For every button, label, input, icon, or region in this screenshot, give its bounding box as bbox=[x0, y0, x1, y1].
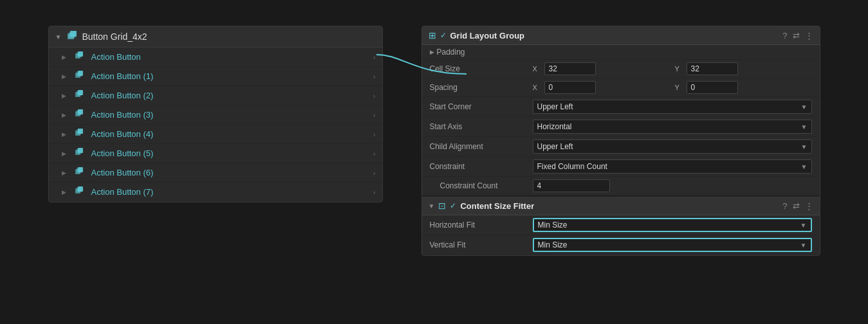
list-item[interactable]: ▶ Action Button (4) › bbox=[49, 125, 382, 144]
horizontal-fit-text: Min Size bbox=[538, 221, 568, 230]
constraint-count-input[interactable] bbox=[533, 179, 610, 192]
list-item[interactable]: ▶ Action Button (7) › bbox=[49, 183, 382, 202]
item-arrow-icon: › bbox=[373, 111, 376, 119]
padding-row[interactable]: ▶ Padding bbox=[422, 45, 820, 60]
cell-size-x-group: X bbox=[533, 62, 670, 75]
list-item-label: Action Button (3) bbox=[91, 110, 368, 120]
constraint-label: Constraint bbox=[430, 162, 533, 171]
grid-layout-group-title: Grid Layout Group bbox=[450, 31, 779, 40]
list-item-label: Action Button (1) bbox=[91, 71, 368, 81]
start-axis-text: Horizontal bbox=[537, 122, 572, 131]
list-item[interactable]: ▶ Action Button › bbox=[49, 48, 382, 67]
list-item-label: Action Button (2) bbox=[91, 91, 368, 100]
vertical-fit-label: Vertical Fit bbox=[430, 240, 533, 249]
cell-size-label: Cell Size bbox=[430, 64, 533, 73]
constraint-dropdown[interactable]: Fixed Column Count ▼ bbox=[533, 159, 812, 174]
vertical-fit-text: Min Size bbox=[538, 240, 568, 249]
expand-icon: ▶ bbox=[62, 93, 68, 99]
settings-button[interactable]: ⇄ bbox=[793, 31, 800, 40]
horizontal-fit-value: Min Size ▼ bbox=[533, 218, 812, 232]
inspector-panel: ⊞ ✓ Grid Layout Group ? ⇄ ⋮ ▶ Padding Ce… bbox=[421, 26, 820, 256]
csf-expand-icon[interactable]: ▼ bbox=[429, 203, 435, 210]
svg-rect-26 bbox=[78, 186, 83, 192]
spacing-x-label: X bbox=[533, 84, 542, 91]
list-item-label: Action Button (4) bbox=[91, 129, 368, 139]
list-item-label: Action Button bbox=[91, 52, 368, 62]
grid-layout-icon: ⊞ bbox=[429, 30, 436, 40]
item-arrow-icon: › bbox=[373, 53, 376, 61]
main-container: ▼ Button Grid_4x2 ▶ Action Button › ▶ bbox=[48, 26, 820, 256]
constraint-count-label: Constraint Count bbox=[430, 181, 533, 190]
component-enabled-check[interactable]: ✓ bbox=[440, 31, 447, 40]
csf-enabled-check[interactable]: ✓ bbox=[450, 201, 456, 210]
vertical-fit-dropdown[interactable]: Min Size ▼ bbox=[533, 238, 812, 252]
list-item[interactable]: ▶ Action Button (2) › bbox=[49, 86, 382, 105]
menu-button[interactable]: ⋮ bbox=[805, 31, 813, 40]
csf-help-button[interactable]: ? bbox=[782, 201, 787, 211]
item-arrow-icon: › bbox=[373, 92, 376, 100]
start-corner-label: Start Corner bbox=[430, 102, 533, 111]
item-arrow-icon: › bbox=[373, 188, 376, 196]
vertical-fit-value: Min Size ▼ bbox=[533, 238, 812, 252]
start-axis-value: Horizontal ▼ bbox=[533, 120, 812, 134]
spacing-x-group: X bbox=[533, 81, 670, 94]
start-corner-dropdown[interactable]: Upper Left ▼ bbox=[533, 100, 812, 114]
cell-size-y-input[interactable] bbox=[687, 62, 738, 75]
spacing-y-input[interactable] bbox=[687, 81, 738, 94]
start-corner-row: Start Corner Upper Left ▼ bbox=[422, 97, 820, 117]
csf-menu-button[interactable]: ⋮ bbox=[805, 201, 813, 211]
expand-chevron-icon[interactable]: ▼ bbox=[55, 33, 62, 40]
csf-icon: ⊡ bbox=[438, 201, 446, 211]
list-item[interactable]: ▶ Action Button (5) › bbox=[49, 144, 382, 163]
grid-cube-icon bbox=[66, 30, 77, 43]
constraint-value: Fixed Column Count ▼ bbox=[533, 159, 812, 174]
start-axis-label: Start Axis bbox=[430, 122, 533, 131]
hierarchy-header: ▼ Button Grid_4x2 bbox=[49, 26, 382, 48]
svg-rect-23 bbox=[78, 167, 83, 172]
start-axis-dropdown[interactable]: Horizontal ▼ bbox=[533, 120, 812, 134]
constraint-count-value bbox=[533, 179, 812, 192]
start-corner-value: Upper Left ▼ bbox=[533, 100, 812, 114]
help-button[interactable]: ? bbox=[782, 31, 787, 40]
svg-rect-20 bbox=[78, 148, 83, 153]
item-arrow-icon: › bbox=[373, 130, 376, 138]
spacing-value: X Y bbox=[533, 81, 812, 94]
padding-label: Padding bbox=[437, 48, 465, 57]
cell-size-x-input[interactable] bbox=[544, 62, 596, 75]
expand-icon: ▶ bbox=[62, 170, 68, 176]
dropdown-arrow-icon: ▼ bbox=[801, 104, 808, 111]
dropdown-arrow-icon: ▼ bbox=[801, 163, 808, 170]
list-item[interactable]: ▶ Action Button (3) › bbox=[49, 105, 382, 125]
action-button-icon bbox=[73, 186, 86, 198]
csf-header-actions: ? ⇄ ⋮ bbox=[782, 201, 813, 211]
item-arrow-icon: › bbox=[373, 169, 376, 177]
spacing-x-input[interactable] bbox=[544, 81, 596, 94]
csf-settings-button[interactable]: ⇄ bbox=[793, 201, 800, 211]
content-size-fitter-title: Content Size Fitter bbox=[460, 201, 779, 211]
item-arrow-icon: › bbox=[373, 73, 376, 80]
dropdown-arrow-icon: ▼ bbox=[800, 222, 807, 229]
cell-size-value: X Y bbox=[533, 62, 812, 75]
start-axis-row: Start Axis Horizontal ▼ bbox=[422, 117, 820, 137]
list-item[interactable]: ▶ Action Button (1) › bbox=[49, 67, 382, 86]
child-alignment-value: Upper Left ▼ bbox=[533, 140, 812, 154]
padding-expand-icon[interactable]: ▶ bbox=[430, 49, 434, 55]
list-item[interactable]: ▶ Action Button (6) › bbox=[49, 163, 382, 183]
grid-layout-group-header: ⊞ ✓ Grid Layout Group ? ⇄ ⋮ bbox=[422, 26, 820, 45]
horizontal-fit-dropdown[interactable]: Min Size ▼ bbox=[533, 218, 812, 232]
content-size-fitter-section: ▼ ⊡ ✓ Content Size Fitter ? ⇄ ⋮ Horizont… bbox=[422, 195, 820, 255]
child-alignment-dropdown[interactable]: Upper Left ▼ bbox=[533, 140, 812, 154]
child-alignment-label: Child Alignment bbox=[430, 142, 533, 151]
content-size-fitter-header: ▼ ⊡ ✓ Content Size Fitter ? ⇄ ⋮ bbox=[422, 197, 820, 215]
expand-icon: ▶ bbox=[62, 73, 68, 80]
svg-rect-5 bbox=[78, 51, 83, 57]
child-alignment-row: Child Alignment Upper Left ▼ bbox=[422, 137, 820, 157]
expand-icon: ▶ bbox=[62, 112, 68, 118]
svg-rect-2 bbox=[70, 31, 77, 37]
spacing-row: Spacing X Y bbox=[422, 78, 820, 97]
dropdown-arrow-icon: ▼ bbox=[800, 242, 807, 249]
list-item-label: Action Button (5) bbox=[91, 148, 368, 158]
svg-rect-14 bbox=[78, 109, 83, 114]
svg-rect-11 bbox=[78, 90, 83, 95]
action-button-icon bbox=[73, 89, 86, 102]
